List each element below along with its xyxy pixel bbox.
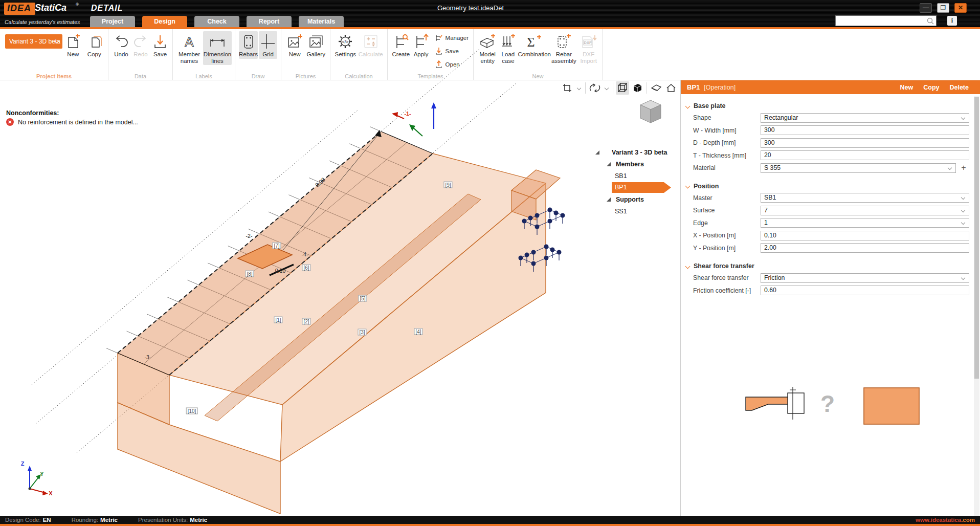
section-collapse-icon[interactable] bbox=[685, 264, 691, 269]
operation-header: BP1 [Operation] New Copy Delete bbox=[681, 80, 980, 94]
select-surface[interactable]: 7 bbox=[761, 206, 969, 215]
operation-actions: New Copy Delete bbox=[900, 80, 969, 94]
minimize-button[interactable]: — bbox=[920, 3, 932, 13]
tree-item-ss1[interactable]: SS1 bbox=[593, 205, 680, 217]
property-label: T - Thickness [mm] bbox=[693, 152, 761, 159]
input-d-depth-mm-[interactable]: 300 bbox=[761, 138, 969, 148]
property-label: Edge bbox=[693, 220, 761, 227]
status-accent-line bbox=[0, 524, 980, 526]
property-row: Edge1 bbox=[693, 217, 969, 230]
orbit-icon bbox=[589, 83, 600, 93]
tree-item-sb1[interactable]: SB1 bbox=[593, 170, 680, 182]
select-edge[interactable]: 1 bbox=[761, 218, 969, 228]
clipping-tool-button[interactable] bbox=[561, 81, 574, 95]
result-shape-diagram bbox=[864, 388, 919, 424]
model-tree: Variant 3 - 3D betaMembersSB1BP1Supports… bbox=[593, 146, 680, 217]
viewport-toolbar bbox=[561, 81, 693, 95]
property-label: D - Depth [mm] bbox=[693, 139, 761, 146]
tree-item-bp1[interactable]: BP1 bbox=[593, 182, 680, 193]
property-row: D - Depth [mm]300 bbox=[693, 137, 969, 149]
section-position: PositionMasterSB1Surface7Edge1X - Positi… bbox=[693, 181, 969, 255]
tree-item-label: Variant 3 - 3D beta bbox=[612, 149, 667, 156]
website-link[interactable]: www.ideastatica.com bbox=[916, 517, 975, 523]
orbit-tool-button[interactable] bbox=[588, 81, 602, 95]
input-w-width-mm-[interactable]: 300 bbox=[761, 125, 969, 135]
info-button[interactable]: i bbox=[947, 16, 957, 26]
solid-cube-icon bbox=[632, 82, 643, 94]
properties-panel: BP1 [Operation] New Copy Delete Base pla… bbox=[681, 80, 980, 516]
property-row: Friction coefficient [-]0.60 bbox=[693, 284, 969, 297]
tree-item-label: SB1 bbox=[615, 172, 627, 180]
viewport-label: [3] bbox=[358, 329, 366, 336]
viewport-label: [7] bbox=[272, 243, 281, 249]
property-row: MaterialS 355+ bbox=[693, 162, 969, 174]
home-icon bbox=[665, 83, 677, 93]
properties-body: Base plateShapeRectangularW - Width [mm]… bbox=[693, 100, 969, 303]
clipping-dropdown[interactable] bbox=[575, 86, 583, 90]
viewport-label: [10] bbox=[186, 408, 198, 414]
property-row: ShapeRectangular bbox=[693, 112, 969, 124]
search-input[interactable] bbox=[837, 16, 925, 25]
viewport-label: 0.10 bbox=[275, 268, 285, 274]
chevron-down-icon bbox=[961, 276, 965, 280]
tree-expander-icon[interactable] bbox=[607, 161, 611, 168]
select-master[interactable]: SB1 bbox=[761, 193, 969, 203]
tree-item-label: Supports bbox=[616, 196, 644, 203]
select-shear-force-transfer[interactable]: Friction bbox=[761, 273, 969, 283]
viewport-label: [2] bbox=[302, 318, 310, 325]
input-x-position-m-[interactable]: 0.10 bbox=[761, 231, 969, 240]
property-row: X - Position [m]0.10 bbox=[693, 229, 969, 242]
chevron-down-icon bbox=[961, 116, 965, 120]
section-title: Base plate bbox=[694, 102, 726, 109]
property-label: Material bbox=[693, 164, 761, 171]
tree-expander-icon[interactable] bbox=[595, 149, 599, 156]
section-shear-force-transfer: Shear force transferShear force transfer… bbox=[693, 260, 969, 297]
property-label: W - Width [mm] bbox=[693, 127, 761, 134]
close-button[interactable]: ✕ bbox=[954, 3, 967, 13]
properties-scrollbar[interactable] bbox=[974, 96, 979, 516]
viewport-label: -1- bbox=[405, 111, 411, 117]
tree-expander-icon[interactable] bbox=[607, 196, 611, 203]
axis-y-label: Y bbox=[40, 471, 43, 477]
section-collapse-icon[interactable] bbox=[685, 184, 691, 189]
chevron-down-icon bbox=[948, 166, 952, 170]
input-y-position-m-[interactable]: 2.00 bbox=[761, 243, 969, 253]
wireframe-view-button[interactable] bbox=[616, 81, 629, 95]
solid-view-button[interactable] bbox=[631, 81, 644, 95]
input-friction-coefficient-[interactable]: 0.60 bbox=[761, 286, 969, 295]
property-label: Master bbox=[693, 194, 761, 202]
section-base-plate: Base plateShapeRectangularW - Width [mm]… bbox=[693, 100, 969, 174]
viewport-label: -4- bbox=[302, 251, 308, 257]
question-mark: ? bbox=[820, 390, 835, 418]
axis-x-label: X bbox=[49, 490, 52, 496]
property-label: Shape bbox=[693, 114, 761, 121]
tree-item-supports[interactable]: Supports bbox=[593, 193, 680, 205]
status-item: Presentation Units:Metric bbox=[138, 517, 207, 523]
section-cut-button[interactable] bbox=[650, 81, 663, 95]
section-title: Shear force transfer bbox=[694, 262, 754, 270]
orbit-dropdown[interactable] bbox=[603, 86, 610, 90]
tree-item-variant-3-3d-beta[interactable]: Variant 3 - 3D beta bbox=[593, 146, 680, 158]
operation-copy-button[interactable]: Copy bbox=[923, 84, 939, 91]
operation-subtitle: [Operation] bbox=[704, 84, 736, 91]
select-material[interactable]: S 355 bbox=[761, 163, 956, 173]
chevron-down-icon bbox=[961, 208, 965, 212]
operation-delete-button[interactable]: Delete bbox=[949, 84, 969, 91]
clipped-cube-icon bbox=[650, 83, 662, 93]
home-view-button[interactable] bbox=[664, 81, 678, 95]
select-shape[interactable]: Rectangular bbox=[761, 113, 969, 123]
input-t-thickness-mm-[interactable]: 20 bbox=[761, 150, 969, 160]
search-icon[interactable] bbox=[927, 17, 934, 27]
status-bar: Design Code:ENRounding:MetricPresentatio… bbox=[0, 516, 980, 524]
property-row: Shear force transferFriction bbox=[693, 272, 969, 284]
property-label: Shear force transfer bbox=[693, 274, 761, 281]
tree-item-members[interactable]: Members bbox=[593, 158, 680, 170]
property-label: Surface bbox=[693, 207, 761, 214]
section-collapse-icon[interactable] bbox=[685, 103, 691, 108]
chevron-down-icon bbox=[961, 195, 965, 200]
property-row: MasterSB1 bbox=[693, 192, 969, 205]
add-material-button[interactable]: + bbox=[959, 163, 968, 172]
operation-new-button[interactable]: New bbox=[900, 84, 914, 91]
viewport-label: [8] bbox=[245, 271, 254, 277]
maximize-button[interactable]: ❒ bbox=[937, 3, 949, 13]
